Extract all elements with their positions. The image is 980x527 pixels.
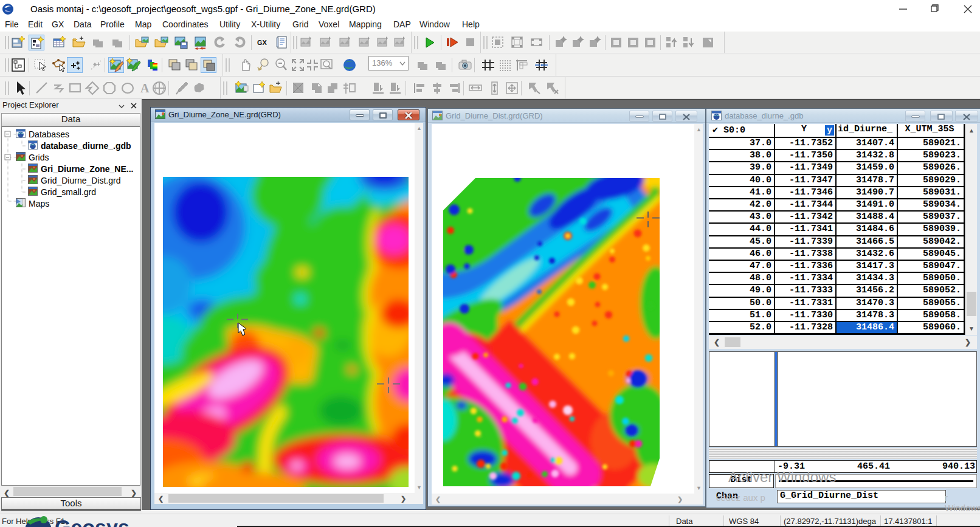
svg-text:Geosys: Geosys <box>55 516 129 527</box>
svg-text:GX: GX <box>257 39 267 46</box>
svg-text:A: A <box>140 81 150 95</box>
